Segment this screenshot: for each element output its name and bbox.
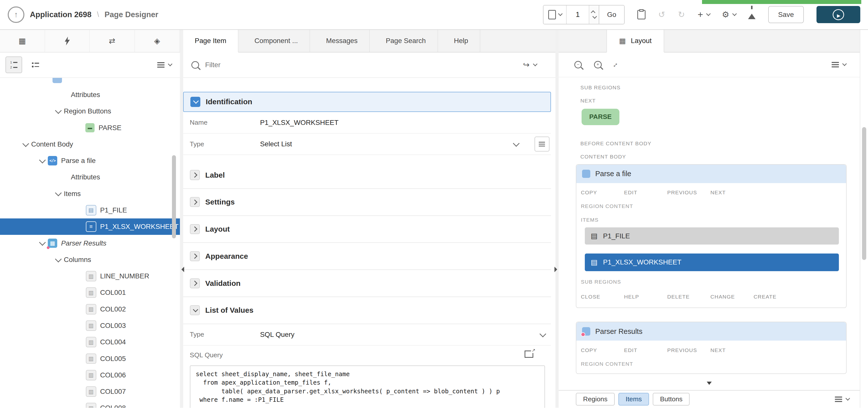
scroll-down-icon[interactable] [707, 382, 712, 387]
region-action-link[interactable]: EDIT [624, 347, 668, 353]
utilities-menu-button[interactable] [722, 10, 735, 19]
tree-node[interactable]: Content Body [0, 136, 180, 153]
layout-item[interactable]: P1_XLSX_WORKSHEET [585, 253, 839, 271]
tab-page-search[interactable]: Page Search [370, 30, 438, 52]
layout-item[interactable]: P1_FILE [585, 227, 839, 245]
tree-node[interactable]: Parser Results [0, 235, 180, 251]
clipboard-button[interactable] [637, 10, 646, 19]
chevron-down-icon[interactable] [55, 107, 62, 114]
region-card-header[interactable]: Parse a file [576, 165, 846, 183]
page-number-input[interactable] [567, 10, 589, 19]
collapse-left-icon[interactable] [179, 267, 184, 272]
tree-node[interactable]: Parse a file [0, 153, 180, 169]
tree-node[interactable]: COL008 [0, 400, 180, 408]
layout-menu-button[interactable] [828, 61, 848, 68]
region-action-link[interactable]: EDIT [624, 190, 668, 195]
run-button[interactable] [816, 6, 860, 23]
tree-node[interactable] [0, 78, 180, 87]
tab-component-view[interactable]: Component ... [239, 30, 310, 52]
expand-section-button[interactable] [190, 278, 200, 288]
section-validation[interactable]: Validation [183, 270, 551, 297]
debug-flask-button[interactable] [748, 10, 755, 19]
section-list-of-values[interactable]: List of Values [183, 297, 551, 324]
save-button[interactable]: Save [768, 6, 804, 23]
region-action-link[interactable]: NEXT [711, 347, 754, 353]
redo-button[interactable] [678, 10, 685, 19]
shared-components-tab[interactable] [135, 30, 180, 52]
expand-button[interactable] [614, 61, 617, 68]
chevron-down-icon[interactable] [23, 140, 29, 147]
grouping-view-button[interactable] [27, 57, 44, 73]
tab-help[interactable]: Help [438, 30, 480, 52]
tree-node[interactable]: COL004 [0, 334, 180, 350]
tree-node[interactable]: Attributes [0, 169, 180, 185]
tab-layout[interactable]: Layout [607, 30, 664, 53]
lov-type-select[interactable]: SQL Query [260, 331, 551, 339]
tree-node[interactable]: Items [0, 186, 180, 202]
expand-section-button[interactable] [190, 224, 200, 234]
scrollbar-thumb[interactable] [862, 127, 867, 260]
tree-node[interactable]: P1_FILE [0, 202, 180, 218]
tree-node[interactable]: COL002 [0, 301, 180, 317]
region-action-link[interactable]: CLOSE [581, 294, 624, 300]
right-splitter[interactable] [555, 30, 559, 408]
footer-tab-regions[interactable]: Regions [576, 393, 614, 406]
section-identification[interactable]: Identification [183, 92, 551, 112]
sql-query-editor[interactable]: select sheet_display_name, sheet_file_na… [190, 366, 545, 408]
collapse-section-button[interactable] [190, 305, 200, 315]
region-action-link[interactable]: CREATE [753, 294, 797, 300]
zoom-out-button[interactable]: − [575, 61, 582, 68]
page-finder-button[interactable] [544, 5, 567, 24]
section-layout[interactable]: Layout [183, 216, 551, 243]
parse-region-badge[interactable]: PARSE [582, 109, 619, 125]
region-action-link[interactable]: COPY [581, 347, 624, 353]
collapse-section-button[interactable] [190, 97, 200, 107]
rendering-tab[interactable] [0, 30, 45, 52]
tree-node[interactable]: Region Buttons [0, 103, 180, 119]
zoom-in-button[interactable]: + [594, 61, 601, 68]
region-action-link[interactable]: DELETE [667, 294, 711, 300]
go-button[interactable]: Go [599, 5, 624, 24]
left-splitter[interactable] [180, 30, 183, 408]
tree-node[interactable]: LINE_NUMBER [0, 268, 180, 284]
tree-node[interactable]: COL006 [0, 367, 180, 383]
expand-section-button[interactable] [190, 170, 200, 180]
region-card-header[interactable]: Parser Results [576, 322, 846, 340]
chevron-down-icon[interactable] [39, 239, 45, 246]
region-action-link[interactable]: PREVIOUS [667, 347, 711, 353]
item-name-input[interactable]: P1_XLSX_WORKSHEET [260, 119, 338, 127]
chevron-down-icon[interactable] [55, 256, 62, 262]
tree-node[interactable]: Attributes [0, 87, 180, 103]
filter-input[interactable] [204, 60, 515, 69]
section-settings[interactable]: Settings [183, 189, 551, 216]
section-appearance[interactable]: Appearance [183, 243, 551, 270]
create-menu-button[interactable] [698, 10, 709, 20]
expand-section-button[interactable] [190, 197, 200, 207]
expand-section-button[interactable] [190, 251, 200, 261]
tree-node[interactable]: COL003 [0, 317, 180, 334]
dynamic-actions-tab[interactable] [45, 30, 90, 52]
region-action-link[interactable]: PREVIOUS [667, 190, 711, 195]
tree-menu-button[interactable] [154, 62, 174, 68]
window-scrollbar[interactable] [860, 30, 868, 408]
type-select[interactable]: Select List [260, 140, 525, 148]
tree-scrollbar[interactable] [172, 155, 176, 238]
tree-node[interactable]: COL005 [0, 350, 180, 367]
tree-node[interactable]: COL001 [0, 284, 180, 301]
page-number-stepper[interactable] [589, 5, 599, 24]
section-label[interactable]: Label [183, 162, 551, 189]
footer-tab-buttons[interactable]: Buttons [653, 393, 689, 406]
component-type-list-button[interactable] [534, 136, 550, 152]
undo-button[interactable] [658, 10, 665, 19]
app-home-button[interactable] [8, 6, 24, 23]
region-action-link[interactable]: CHANGE [711, 294, 754, 300]
tree-node[interactable]: PARSE [0, 119, 180, 136]
tree-node[interactable]: COL007 [0, 383, 180, 400]
tree-node[interactable]: P1_XLSX_WORKSHEET [0, 218, 180, 235]
footer-tab-items[interactable]: Items [618, 393, 649, 406]
tree-node[interactable]: Columns [0, 252, 180, 268]
processing-tab[interactable] [90, 30, 135, 52]
gallery-menu-button[interactable] [832, 396, 852, 403]
region-action-link[interactable]: COPY [581, 190, 624, 195]
display-order-button[interactable]: 12 [5, 57, 22, 73]
